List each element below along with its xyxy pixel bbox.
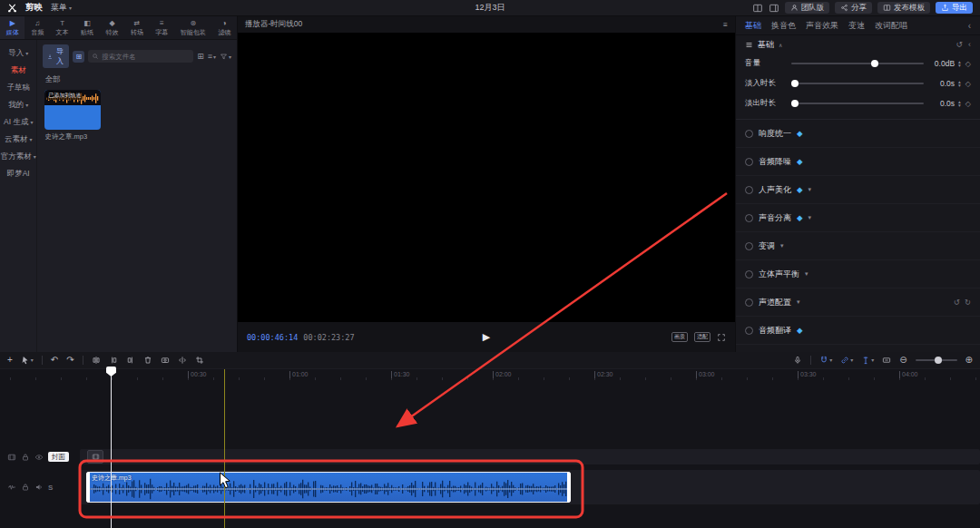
search-input[interactable] — [102, 53, 190, 61]
tab-lyric-rewrite[interactable]: 改词配唱 — [875, 20, 907, 32]
delete-button[interactable] — [143, 356, 152, 365]
media-tab-sticker[interactable]: ◧贴纸 — [74, 16, 99, 39]
zoom-in-button[interactable]: ⊕ — [965, 356, 973, 365]
basic-section-header[interactable]: 基础 ∧ ↺ ‹ — [736, 35, 980, 54]
fade-in-slider[interactable] — [791, 83, 924, 84]
freeze-frame-button[interactable] — [161, 356, 170, 365]
checkbox-circle[interactable] — [745, 242, 753, 250]
crop-button[interactable] — [195, 356, 204, 365]
select-tool-button[interactable]: ▾ — [21, 356, 34, 365]
layout-toggle-2-icon[interactable] — [769, 3, 779, 14]
undo-button[interactable]: ↶ — [51, 356, 58, 365]
section-pitch-shift[interactable]: 变调 ▾ — [736, 232, 980, 260]
fullscreen-icon[interactable] — [717, 333, 726, 342]
filter-all-label[interactable]: 全部 — [44, 74, 231, 85]
media-nav-official-material[interactable]: 官方素材▾ — [0, 149, 36, 164]
quality-badge[interactable]: 画质 — [671, 332, 688, 342]
share-button[interactable]: 分享 — [835, 2, 872, 14]
solo-button[interactable]: S — [48, 484, 53, 492]
section-audio-translate[interactable]: 音频翻译 ◆ — [736, 317, 980, 345]
mirror-button[interactable] — [178, 356, 187, 365]
media-tab-media[interactable]: ▶媒体 — [0, 16, 24, 39]
fit-badge[interactable]: 适配 — [694, 332, 710, 342]
section-loudness-uniform[interactable]: 响度统一 ◆ — [736, 120, 980, 148]
sort-button[interactable]: ≡▾ — [208, 52, 216, 61]
import-options-button[interactable]: ⊞ — [73, 51, 84, 63]
checkbox-circle[interactable] — [745, 130, 753, 138]
tab-sound-effects[interactable]: 声音效果 — [806, 20, 838, 32]
fade-out-stepper[interactable]: ▴▾ — [958, 100, 961, 108]
fade-in-knob[interactable] — [791, 80, 799, 87]
media-nav-material[interactable]: 素材 — [0, 63, 36, 78]
fade-out-knob[interactable] — [791, 100, 799, 107]
layout-toggle-1-icon[interactable] — [752, 3, 763, 14]
section-stereo-balance[interactable]: 立体声平衡 ▾ — [736, 260, 980, 288]
volume-knob[interactable] — [871, 60, 878, 67]
section-voice-beautify[interactable]: 人声美化 ◆ ▾ — [736, 176, 980, 204]
team-version-button[interactable]: 团队版 — [785, 2, 830, 14]
media-tab-audio[interactable]: ♫音频 — [24, 16, 49, 39]
checkbox-circle[interactable] — [745, 298, 753, 307]
menu-button[interactable]: 菜单 ▾ — [51, 2, 72, 14]
media-tab-text[interactable]: T文本 — [50, 16, 74, 39]
tab-speed[interactable]: 变速 — [848, 20, 865, 32]
fade-out-slider[interactable] — [791, 103, 924, 104]
checkbox-circle[interactable] — [745, 158, 753, 166]
media-tab-captions[interactable]: ≡字幕 — [150, 16, 174, 39]
timeline-ruler[interactable]: 00:30 01:00 01:30 02:00 02:30 03:00 03:3… — [0, 369, 980, 380]
media-clip-card[interactable]: 已添加到轨道 — [44, 90, 101, 130]
media-nav-mine[interactable]: 我的▾ — [0, 97, 36, 112]
video-mini-clip[interactable] — [87, 450, 103, 464]
audio-track-lane[interactable]: 史诗之章.mp3 — [80, 470, 980, 504]
checkbox-circle[interactable] — [745, 270, 753, 279]
volume-slider[interactable] — [791, 63, 924, 64]
media-nav-import[interactable]: 导入▾ — [0, 45, 36, 61]
section-voice-separate[interactable]: 声音分离 ◆ ▾ — [736, 204, 980, 232]
media-nav-cloud-material[interactable]: 云素材▾ — [0, 132, 36, 147]
snap-toggle[interactable]: ▾ — [819, 356, 832, 365]
video-viewport[interactable] — [238, 33, 735, 322]
lock-icon[interactable] — [21, 483, 30, 492]
media-tab-smart-pack[interactable]: ⊛智能包装 — [174, 16, 211, 39]
media-tab-transition[interactable]: ⇄转场 — [124, 16, 149, 39]
tab-voice-change[interactable]: 换音色 — [771, 20, 796, 32]
filter-button[interactable]: ▾ — [220, 53, 231, 61]
link-clips-toggle[interactable]: ▾ — [840, 356, 853, 365]
video-track-lane[interactable] — [80, 449, 980, 464]
tab-basic[interactable]: 基础 — [745, 20, 761, 32]
audio-clip[interactable]: 史诗之章.mp3 — [86, 472, 571, 503]
section-audio-denoise[interactable]: 音频降噪 ◆ — [736, 148, 980, 176]
panel-collapse-icon[interactable]: ‹ — [968, 21, 971, 31]
trim-left-button[interactable] — [109, 356, 118, 365]
mute-icon[interactable] — [34, 483, 44, 492]
volume-stepper[interactable]: ▴▾ — [958, 60, 961, 68]
eye-icon[interactable] — [34, 453, 44, 462]
checkbox-circle[interactable] — [745, 214, 753, 222]
media-nav-sub-draft[interactable]: 子草稿 — [0, 80, 36, 95]
stepper-down-icon[interactable]: ▾ — [958, 83, 961, 88]
reset-icon[interactable]: ↺ — [954, 298, 960, 307]
zoom-out-button[interactable]: ⊖ — [899, 356, 906, 365]
import-button[interactable]: 导入 — [43, 44, 69, 68]
reset-icon[interactable]: ↺ — [956, 40, 963, 49]
media-nav-ai-generate[interactable]: AI 生成▾ — [0, 114, 36, 130]
keyframe-icon[interactable]: ◇ — [965, 60, 971, 68]
media-tab-filter[interactable]: ◑滤镜 — [212, 16, 237, 39]
media-nav-jimeng-ai[interactable]: 即梦AI — [0, 166, 36, 181]
stepper-down-icon[interactable]: ▾ — [958, 64, 961, 68]
media-tab-effects[interactable]: ◆特效 — [100, 16, 124, 39]
cover-button[interactable]: 封面 — [48, 452, 69, 462]
checkbox-circle[interactable] — [745, 327, 753, 335]
grid-view-button[interactable]: ⊞ — [197, 52, 204, 61]
trim-right-button[interactable] — [126, 356, 135, 365]
split-button[interactable] — [92, 356, 101, 365]
publish-template-button[interactable]: 发布模板 — [877, 2, 930, 14]
player-menu-icon[interactable]: ≡ — [723, 20, 728, 29]
playhead-line[interactable] — [111, 376, 112, 528]
zoom-knob[interactable] — [935, 357, 942, 364]
clip-right-handle[interactable] — [567, 472, 571, 503]
keyframe-icon[interactable]: ◇ — [965, 100, 971, 108]
stepper-down-icon[interactable]: ▾ — [958, 103, 961, 108]
export-button[interactable]: 导出 — [936, 2, 973, 14]
fade-in-stepper[interactable]: ▴▾ — [958, 80, 961, 88]
